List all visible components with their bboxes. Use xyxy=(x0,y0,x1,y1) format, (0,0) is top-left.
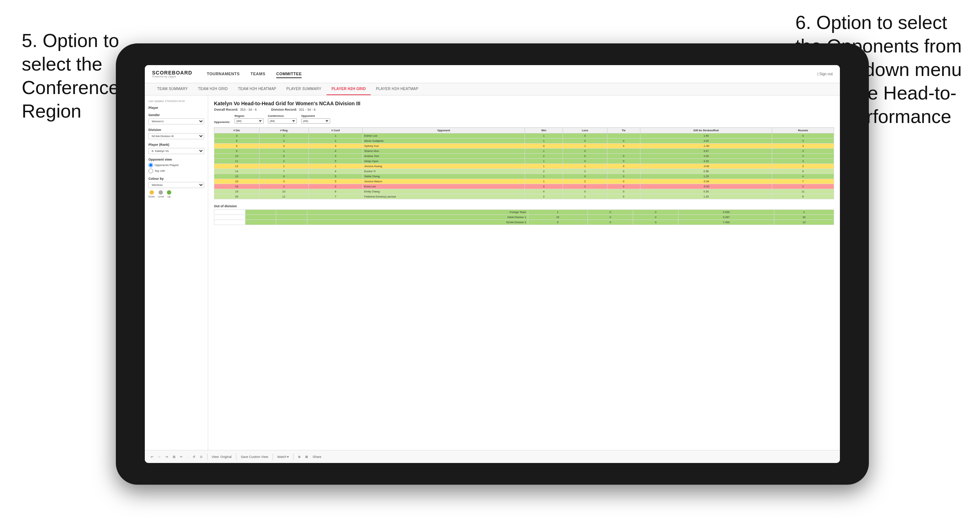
table-row: 1063Andrea York2004.004 xyxy=(214,154,834,159)
out-of-division-title: Out of division xyxy=(214,204,834,208)
nav-links: TOURNAMENTS TEAMS COMMITTEE xyxy=(207,70,803,78)
legend-label-down: Down xyxy=(148,195,155,198)
bottom-toolbar: ↩ ← ↪ ⊞ ✂ · ↺ ⊙ View: Original Save Cust… xyxy=(145,450,840,463)
legend-dot-level xyxy=(159,190,163,195)
sidebar-radio-opponents-played[interactable]: Opponents Played xyxy=(148,163,204,167)
toolbar-redo[interactable]: ↪ xyxy=(165,455,168,459)
page-title: Katelyn Vo Head-to-Head Grid for Women's… xyxy=(214,100,834,106)
subnav-player-summary[interactable]: PLAYER SUMMARY xyxy=(281,83,326,95)
opponents-filter-label: Opponents: xyxy=(214,121,230,124)
table-row: 914Sharon Mun103.673 xyxy=(214,149,834,154)
table-row: 633Sydney Kuo010-1.003 xyxy=(214,144,834,149)
toolbar-add[interactable]: ⊕ xyxy=(298,455,301,459)
table-row: 1822Euna Lee020-5.002 xyxy=(214,184,834,189)
nav-bar: SCOREBOARD Powered by clippd TOURNAMENTS… xyxy=(145,65,840,83)
col-header-conf: # Conf xyxy=(309,128,363,133)
table-row: 19106Emily Chang4000.3011 xyxy=(214,189,834,194)
table-row: 1585Stella Cheng1001.254 xyxy=(214,174,834,179)
tablet-screen: SCOREBOARD Powered by clippd TOURNAMENTS… xyxy=(145,65,840,463)
toolbar-sep4 xyxy=(293,454,294,460)
toolbar-circle[interactable]: ⊙ xyxy=(200,455,203,459)
main-content: Last Updated: 27/03/2024 04:34 Player Ge… xyxy=(145,95,840,450)
filter-opponent-label: Opponent xyxy=(301,114,330,117)
tablet-device: SCOREBOARD Powered by clippd TOURNAMENTS… xyxy=(116,43,869,485)
toolbar-back[interactable]: ← xyxy=(158,455,161,459)
filter-region-select[interactable]: (All) xyxy=(235,118,264,124)
table-row: Foreign Team1004.5002 xyxy=(214,210,834,215)
logo-sub: Powered by clippd xyxy=(152,75,192,78)
sidebar-radio-top100[interactable]: Top 100 xyxy=(148,168,204,173)
legend-label-level: Level xyxy=(158,195,164,198)
table-row: 522Alexis Sudijanto1004.003 xyxy=(214,138,834,144)
table-row: 1311Jessica Huang110-3.002 xyxy=(214,164,834,169)
filter-region-group: Region (All) xyxy=(235,114,264,124)
scoreboard-logo: SCOREBOARD Powered by clippd xyxy=(152,70,192,78)
content-area: Katelyn Vo Head-to-Head Grid for Women's… xyxy=(208,95,840,450)
h2h-data-table: # Div # Reg # Conf Opponent Win Loss Tie… xyxy=(214,127,834,199)
filter-opponent-group: Opponent (All) xyxy=(301,114,330,124)
legend-dot-up xyxy=(167,190,171,195)
filter-row: Opponents: Region (All) Conference (All) xyxy=(214,114,834,124)
table-row: NAIA Division 115009.26730 xyxy=(214,215,834,220)
sidebar-opponent-view-label: Opponent view xyxy=(148,158,204,161)
logo-text: SCOREBOARD xyxy=(152,70,192,75)
toolbar-view-original[interactable]: View: Original xyxy=(212,455,232,459)
table-row: 1635Jessica Mason120-0.947 xyxy=(214,179,834,184)
col-header-opponent: Opponent xyxy=(363,128,525,133)
sidebar-player-rank-label: Player (Rank) xyxy=(148,143,204,146)
sidebar: Last Updated: 27/03/2024 04:34 Player Ge… xyxy=(145,95,208,450)
toolbar-cut[interactable]: ✂ xyxy=(180,455,183,459)
col-header-reg: # Reg xyxy=(259,128,309,133)
toolbar-sep3 xyxy=(273,454,273,460)
subnav-team-h2h-grid[interactable]: TEAM H2H GRID xyxy=(193,83,233,95)
table-row: NCAA Division 25007.40010 xyxy=(214,220,834,225)
sidebar-division-label: Division xyxy=(148,128,204,132)
filter-region-label: Region xyxy=(235,114,264,117)
table-row: 20117Federica Domecq Lacroze2101.336 xyxy=(214,194,834,199)
sidebar-colour-by-select[interactable]: Win/loss xyxy=(148,182,204,188)
filter-conference-label: Conference xyxy=(268,114,297,117)
toolbar-dot[interactable]: · xyxy=(187,455,188,459)
subnav-player-h2h-heatmap[interactable]: PLAYER H2H HEATMAP xyxy=(371,83,423,95)
sidebar-player-rank-select[interactable]: 8. Katelyn Vo xyxy=(148,148,204,154)
overall-record-label: Overall Record: 353 - 34 - 6 xyxy=(214,108,257,111)
filter-opponent-select[interactable]: (All) xyxy=(301,118,330,124)
filter-conference-select[interactable]: (All) xyxy=(268,118,297,124)
table-row: 1125Heejo Hyun1003.333 xyxy=(214,159,834,164)
filter-conference-group: Conference (All) xyxy=(268,114,297,124)
sidebar-gender-select[interactable]: Women's xyxy=(148,118,204,124)
sidebar-legend-row: Down Level Up xyxy=(148,190,204,198)
toolbar-save-custom-view[interactable]: Save Custom View xyxy=(241,455,268,459)
toolbar-grid[interactable]: ⊞ xyxy=(173,455,176,459)
records-row: Overall Record: 353 - 34 - 6 Division Re… xyxy=(214,108,834,111)
sub-nav: TEAM SUMMARY TEAM H2H GRID TEAM H2H HEAT… xyxy=(145,83,840,95)
col-header-tie: Tie xyxy=(607,128,640,133)
nav-teams[interactable]: TEAMS xyxy=(251,70,266,78)
col-header-win: Win xyxy=(525,128,563,133)
out-of-division-table: Foreign Team1004.5002NAIA Division 11500… xyxy=(214,210,834,225)
col-header-loss: Loss xyxy=(563,128,608,133)
legend-dot-down xyxy=(150,190,154,195)
toolbar-undo[interactable]: ↩ xyxy=(151,455,153,459)
nav-sign-out[interactable]: | Sign out xyxy=(818,72,833,76)
col-header-diff: Diff Av Strokes/Rnd xyxy=(640,128,772,133)
toolbar-refresh[interactable]: ↺ xyxy=(192,455,196,459)
toolbar-sep2 xyxy=(236,454,236,460)
toolbar-watch[interactable]: Watch ▾ xyxy=(277,455,289,459)
toolbar-grid2[interactable]: ⊠ xyxy=(305,455,308,459)
sidebar-opponent-radio-group: Opponents Played Top 100 xyxy=(148,163,204,173)
division-record-label: Division Record: 331 - 34 - 6 xyxy=(271,108,316,111)
sidebar-division-select[interactable]: NCAA Division III xyxy=(148,133,204,139)
nav-tournaments[interactable]: TOURNAMENTS xyxy=(207,70,240,78)
subnav-team-h2h-heatmap[interactable]: TEAM H2H HEATMAP xyxy=(233,83,281,95)
nav-committee[interactable]: COMMITTEE xyxy=(276,70,302,78)
legend-label-up: Up xyxy=(167,195,170,198)
table-row: 1474Eunice Yi2200.389 xyxy=(214,169,834,174)
sidebar-player-label: Player xyxy=(148,106,204,110)
subnav-team-summary[interactable]: TEAM SUMMARY xyxy=(152,83,193,95)
subnav-player-h2h-grid[interactable]: PLAYER H2H GRID xyxy=(326,83,371,95)
col-header-rounds: Rounds xyxy=(772,128,834,133)
sidebar-gender-label: Gender xyxy=(148,113,204,117)
sidebar-colour-by-label: Colour by xyxy=(148,177,204,181)
toolbar-share[interactable]: Share xyxy=(312,455,321,459)
